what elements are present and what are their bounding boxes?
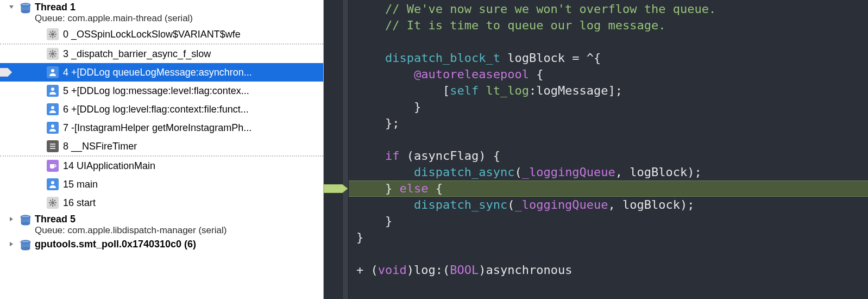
- code-token: lt_log: [486, 84, 529, 97]
- code-token: self: [450, 84, 479, 97]
- code-line[interactable]: [356, 132, 868, 148]
- stack-frame-row[interactable]: 3 _dispatch_barrier_async_f_slow: [0, 45, 323, 63]
- editor-gutter[interactable]: [324, 0, 349, 299]
- svg-point-2: [21, 10, 30, 13]
- svg-line-39: [50, 204, 51, 205]
- thread-spool-icon: [18, 214, 33, 227]
- code-token: }: [356, 100, 421, 114]
- code-line[interactable]: [356, 34, 868, 50]
- thread-title: gputools.smt_poll.0x1740310c0 (6): [35, 239, 196, 250]
- stack-frame-row[interactable]: 16 start: [0, 194, 323, 212]
- svg-line-36: [50, 200, 51, 201]
- gear-icon: [47, 48, 59, 60]
- stack-frame-row[interactable]: 4 +[DDLog queueLogMessage:asynchron...: [0, 63, 323, 82]
- gear-icon: [47, 28, 59, 40]
- code-token: , logBlock);: [615, 165, 702, 179]
- code-line[interactable]: };: [356, 115, 868, 132]
- code-line[interactable]: [356, 246, 868, 262]
- code-token: BOOL: [450, 263, 479, 277]
- code-token: }: [356, 231, 363, 244]
- source-editor[interactable]: // We've now sure we won't overflow the …: [324, 0, 868, 299]
- code-token: [356, 149, 385, 163]
- code-token: [: [356, 84, 450, 97]
- thread-spool-icon: [18, 239, 33, 252]
- svg-point-13: [51, 52, 54, 55]
- code-token: {: [529, 67, 544, 81]
- code-line[interactable]: } else {: [356, 180, 868, 197]
- thread-header[interactable]: Thread 5Queue: com.apple.libdispatch-man…: [0, 212, 323, 237]
- code-token: void: [378, 263, 407, 277]
- code-token: dispatch_block_t: [385, 51, 500, 65]
- code-line[interactable]: // It is time to queue our log message.: [356, 17, 868, 34]
- stack-frame-row[interactable]: 8 __NSFireTimer: [0, 137, 323, 155]
- code-token: // It is time to queue our log message.: [356, 18, 666, 32]
- svg-line-11: [54, 32, 55, 33]
- code-token: if: [385, 149, 400, 163]
- code-token: :logMessage];: [529, 84, 622, 97]
- svg-marker-0: [9, 5, 14, 9]
- stack-frame-row[interactable]: 7 -[InstagramHelper getMoreInstagramPh..…: [0, 119, 323, 137]
- breakpoint-arrow-icon: [0, 66, 12, 78]
- user-icon: [47, 85, 59, 97]
- code-line[interactable]: }: [356, 213, 868, 229]
- code-token: )asynchronous: [479, 263, 572, 277]
- stack-frame-label: 16 start: [63, 197, 323, 209]
- disclosure-triangle-icon[interactable]: [4, 2, 18, 10]
- cup-icon: [47, 160, 59, 172]
- svg-marker-48: [324, 184, 348, 193]
- code-token: _loggingQueue: [514, 198, 608, 211]
- code-token: logBlock = ^{: [500, 51, 601, 65]
- thread-header[interactable]: gputools.smt_poll.0x1740310c0 (6): [0, 237, 323, 253]
- code-line[interactable]: + (void)log:(BOOL)asynchronous: [356, 262, 868, 278]
- stack-frame-label: 15 main: [63, 179, 323, 190]
- stack-frame-row[interactable]: 14 UIApplicationMain: [0, 157, 323, 175]
- svg-marker-40: [10, 217, 13, 221]
- svg-line-38: [54, 200, 55, 201]
- thread-subtitle: Queue: com.apple.libdispatch-manager (se…: [35, 225, 227, 236]
- code-token: [356, 198, 414, 211]
- stack-frame-label: 6 +[DDLog log:level:flag:context:file:fu…: [63, 104, 323, 115]
- code-token: dispatch_async: [414, 165, 514, 179]
- editor-scrollbar[interactable]: [859, 0, 867, 299]
- svg-point-4: [51, 33, 54, 36]
- code-token: (: [514, 165, 521, 179]
- disclosure-triangle-icon[interactable]: [4, 214, 18, 222]
- stack-frame-row[interactable]: 0 _OSSpinLockLockSlow$VARIANT$wfe: [0, 25, 323, 43]
- thread-title: Thread 1: [35, 2, 193, 13]
- code-token: dispatch_sync: [414, 198, 507, 211]
- code-line[interactable]: // We've now sure we won't overflow the …: [356, 1, 868, 17]
- stack-frame-row[interactable]: 5 +[DDLog log:message:level:flag:contex.…: [0, 82, 323, 100]
- stack-frame-row[interactable]: 15 main: [0, 175, 323, 194]
- svg-line-20: [54, 51, 55, 52]
- code-content[interactable]: // We've now sure we won't overflow the …: [349, 0, 868, 299]
- code-token: [356, 51, 385, 65]
- svg-point-31: [51, 201, 54, 204]
- disclosure-triangle-icon[interactable]: [4, 239, 18, 247]
- code-token: + (: [356, 263, 378, 277]
- code-line[interactable]: dispatch_async(_loggingQueue, logBlock);: [356, 164, 868, 180]
- code-line[interactable]: dispatch_block_t logBlock = ^{: [356, 50, 868, 66]
- code-token: }: [356, 214, 392, 228]
- thread-title: Thread 5: [35, 214, 227, 225]
- code-token: (: [507, 198, 514, 211]
- debug-navigator-sidebar[interactable]: Thread 1Queue: com.apple.main-thread (se…: [0, 0, 324, 299]
- svg-marker-22: [0, 68, 12, 77]
- code-line[interactable]: if (asyncFlag) {: [356, 148, 868, 164]
- thread-header[interactable]: Thread 1Queue: com.apple.main-thread (se…: [0, 0, 323, 25]
- code-line[interactable]: }: [356, 229, 868, 246]
- code-line[interactable]: }: [356, 99, 868, 115]
- code-line[interactable]: dispatch_sync(_loggingQueue, logBlock);: [356, 197, 868, 213]
- code-token: _loggingQueue: [522, 165, 615, 179]
- svg-line-18: [50, 51, 51, 52]
- stack-frame-row[interactable]: 6 +[DDLog log:level:flag:context:file:fu…: [0, 100, 323, 119]
- code-token: , logBlock);: [608, 198, 695, 211]
- code-token: }: [356, 182, 399, 195]
- thread-spool-icon: [18, 2, 33, 15]
- code-line[interactable]: @autoreleasepool {: [356, 66, 868, 83]
- svg-line-9: [50, 32, 51, 33]
- code-token: [479, 84, 486, 97]
- code-line[interactable]: [self lt_log:logMessage];: [356, 83, 868, 99]
- svg-marker-44: [10, 242, 13, 246]
- user-icon: [47, 66, 59, 78]
- stack-frame-label: 3 _dispatch_barrier_async_f_slow: [63, 48, 323, 60]
